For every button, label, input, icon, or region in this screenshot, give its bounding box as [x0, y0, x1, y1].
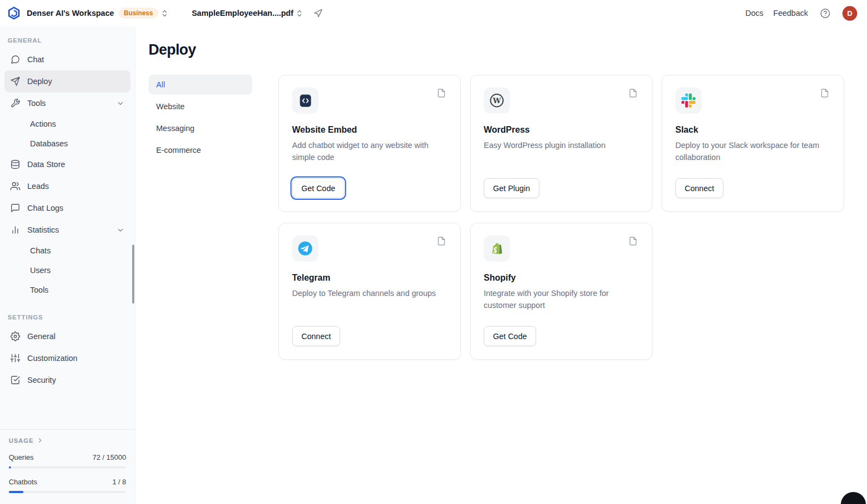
- chatbots-meter: Chatbots 1 / 8: [9, 478, 126, 493]
- chatbots-label: Chatbots: [9, 478, 37, 486]
- filter-all[interactable]: All: [149, 75, 252, 94]
- sidebar-item-label: Data Store: [27, 160, 65, 169]
- sidebar-item-label: Security: [27, 376, 56, 384]
- deploy-cards-grid: Website Embed Add chatbot widget to any …: [278, 75, 844, 360]
- usage-header[interactable]: USAGE: [9, 437, 126, 444]
- feedback-link[interactable]: Feedback: [773, 9, 808, 17]
- deploy-filters: All Website Messaging E-commerce: [149, 75, 252, 162]
- avatar[interactable]: D: [842, 6, 857, 21]
- card-slack: Slack Deploy to your Slack workspace for…: [662, 75, 844, 212]
- sidebar-item-statistics[interactable]: Statistics: [4, 219, 130, 241]
- tools-icon: [10, 98, 20, 108]
- queries-progress-bar: [9, 466, 126, 469]
- usage-panel: USAGE Queries 72 / 15000 Chatbots 1 / 8: [0, 429, 135, 504]
- main-content: Deploy All Website Messaging E-commerce: [135, 26, 867, 504]
- sidebar-item-deploy[interactable]: Deploy: [4, 70, 130, 92]
- sidebar-item-label: Deploy: [27, 77, 52, 86]
- gear-icon: [10, 331, 20, 341]
- sidebar-item-tools[interactable]: Tools: [4, 92, 130, 114]
- queries-value: 72 / 15000: [93, 453, 126, 461]
- sidebar: GENERAL Chat Deploy Tools: [0, 26, 135, 504]
- section-label-general: GENERAL: [4, 32, 130, 49]
- chat-icon: [10, 55, 20, 64]
- connect-button[interactable]: Connect: [675, 178, 723, 198]
- sidebar-item-label: Tools: [27, 99, 46, 108]
- sidebar-item-leads[interactable]: Leads: [4, 175, 130, 197]
- shopify-icon: [484, 235, 510, 262]
- docs-file-icon[interactable]: [819, 87, 830, 99]
- sliders-icon: [10, 353, 20, 363]
- card-description: Add chatbot widget to any website with s…: [292, 139, 447, 164]
- chat-logs-icon: [10, 203, 20, 213]
- shield-check-icon: [10, 375, 20, 385]
- sidebar-item-data-store[interactable]: Data Store: [4, 153, 130, 175]
- database-icon: [10, 159, 20, 169]
- card-description: Integrate with your Shopify store for cu…: [484, 287, 639, 312]
- docs-file-icon[interactable]: [627, 87, 639, 99]
- connect-button[interactable]: Connect: [292, 326, 340, 346]
- queries-label: Queries: [9, 453, 34, 461]
- card-telegram: Telegram Deploy to Telegram channels and…: [278, 223, 461, 360]
- sidebar-subitem-actions[interactable]: Actions: [4, 114, 130, 134]
- deploy-icon: [10, 76, 20, 86]
- workspace-name: Denser AI's Workspace: [27, 9, 114, 17]
- topbar: Denser AI's Workspace Business SampleEmp…: [0, 0, 867, 26]
- document-selector[interactable]: SampleEmployeeHan....pdf: [192, 9, 293, 17]
- card-title: Telegram: [292, 273, 447, 283]
- filter-website[interactable]: Website: [149, 97, 252, 116]
- docs-link[interactable]: Docs: [745, 9, 763, 17]
- website-embed-icon: [292, 87, 318, 114]
- sidebar-subitem-chats[interactable]: Chats: [4, 241, 130, 260]
- chevron-down-icon: [116, 99, 124, 108]
- sidebar-item-label: Chat: [27, 55, 44, 64]
- sidebar-item-customization[interactable]: Customization: [4, 347, 130, 369]
- card-description: Deploy to your Slack workspace for team …: [675, 139, 830, 164]
- chevron-down-icon: [116, 226, 124, 234]
- denser-logo-icon: [7, 6, 21, 21]
- card-title: WordPress: [484, 125, 639, 135]
- card-shopify: Shopify Integrate with your Shopify stor…: [470, 223, 652, 360]
- card-wordpress: W WordPress Easy WordPress plugin instal…: [470, 75, 652, 212]
- statistics-icon: [10, 225, 20, 235]
- slack-icon: [675, 87, 702, 114]
- sidebar-subitem-databases[interactable]: Databases: [4, 134, 130, 153]
- sidebar-item-label: Statistics: [27, 226, 59, 234]
- sidebar-scrollbar[interactable]: [132, 245, 134, 304]
- telegram-icon: [292, 235, 318, 262]
- section-label-settings: SETTINGS: [4, 309, 130, 325]
- share-icon[interactable]: [311, 7, 325, 20]
- sidebar-item-chat[interactable]: Chat: [4, 49, 130, 70]
- filter-messaging[interactable]: Messaging: [149, 118, 252, 138]
- chevron-right-icon: [37, 437, 44, 444]
- workspace-switcher-icon[interactable]: [158, 7, 171, 20]
- help-icon[interactable]: [818, 6, 833, 21]
- svg-text:W: W: [492, 97, 501, 105]
- sidebar-item-general[interactable]: General: [4, 325, 130, 347]
- card-description: Deploy to Telegram channels and groups: [292, 287, 447, 299]
- card-title: Website Embed: [292, 125, 447, 135]
- sidebar-subitem-users[interactable]: Users: [4, 260, 130, 280]
- plan-badge: Business: [118, 8, 158, 19]
- get-code-button[interactable]: Get Code: [484, 326, 536, 346]
- card-website-embed: Website Embed Add chatbot widget to any …: [278, 75, 461, 212]
- card-title: Slack: [675, 125, 830, 135]
- filter-ecommerce[interactable]: E-commerce: [149, 140, 252, 160]
- sidebar-item-label: General: [27, 332, 56, 341]
- get-code-button[interactable]: Get Code: [292, 178, 345, 198]
- sidebar-subitem-tools[interactable]: Tools: [4, 280, 130, 300]
- chatbots-progress-bar: [9, 491, 126, 493]
- wordpress-icon: W: [484, 87, 510, 114]
- sidebar-item-label: Leads: [27, 182, 49, 191]
- card-title: Shopify: [484, 273, 639, 283]
- get-plugin-button[interactable]: Get Plugin: [484, 178, 539, 198]
- sidebar-item-chat-logs[interactable]: Chat Logs: [4, 197, 130, 219]
- document-switcher-icon[interactable]: [293, 7, 306, 20]
- page-title: Deploy: [149, 41, 854, 58]
- docs-file-icon[interactable]: [627, 235, 639, 247]
- sidebar-item-label: Customization: [27, 354, 78, 363]
- sidebar-item-security[interactable]: Security: [4, 369, 130, 391]
- docs-file-icon[interactable]: [436, 235, 447, 247]
- chatbots-value: 1 / 8: [112, 478, 126, 486]
- docs-file-icon[interactable]: [436, 87, 447, 99]
- users-icon: [10, 181, 20, 191]
